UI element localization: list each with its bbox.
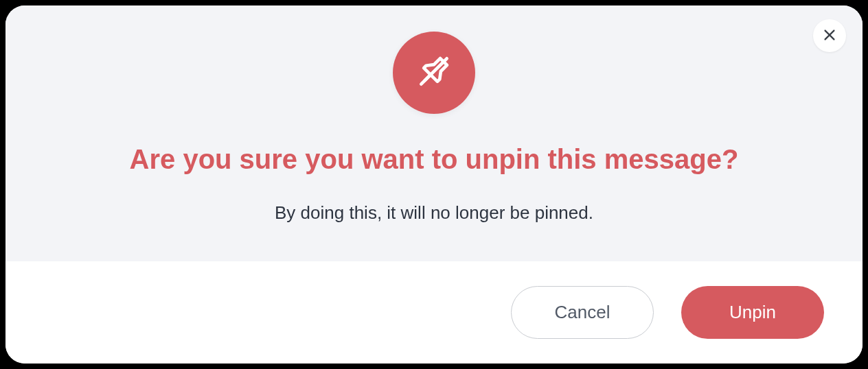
cancel-button[interactable]: Cancel <box>511 286 654 339</box>
unpin-icon <box>415 52 453 93</box>
modal-icon-circle <box>393 32 475 114</box>
modal-body: Are you sure you want to unpin this mess… <box>5 5 863 261</box>
close-icon <box>822 27 837 45</box>
unpin-button[interactable]: Unpin <box>681 286 824 339</box>
modal-title: Are you sure you want to unpin this mess… <box>130 144 739 175</box>
modal-description: By doing this, it will no longer be pinn… <box>275 202 593 224</box>
close-button[interactable] <box>813 19 846 52</box>
modal-footer: Cancel Unpin <box>5 261 863 364</box>
unpin-confirmation-modal: Are you sure you want to unpin this mess… <box>5 5 863 364</box>
